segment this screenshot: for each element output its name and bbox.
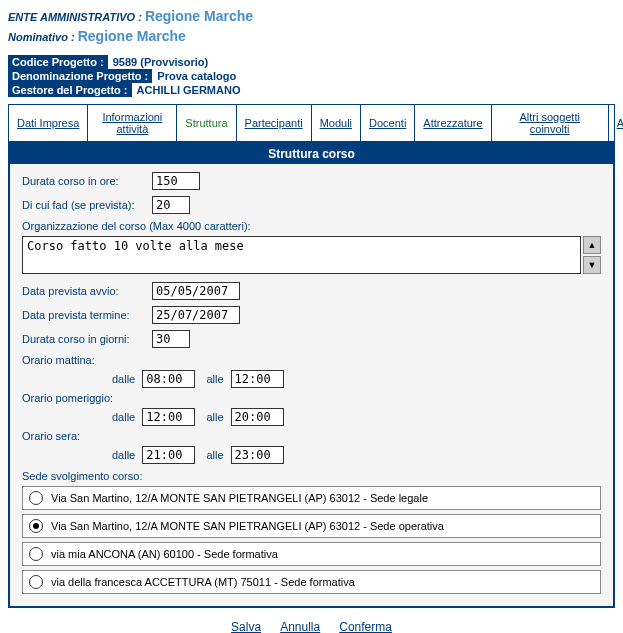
- alle-label: alle: [206, 411, 223, 423]
- radio-icon: [29, 519, 43, 533]
- radio-icon: [29, 547, 43, 561]
- radio-icon: [29, 491, 43, 505]
- durata-ore-input[interactable]: [152, 172, 200, 190]
- pom-alle-input[interactable]: [231, 408, 284, 426]
- fad-label: Di cui fad (se prevista):: [22, 199, 152, 211]
- sede-text: via mia ANCONA (AN) 60100 - Sede formati…: [51, 548, 278, 560]
- pomeriggio-label: Orario pomeriggio:: [22, 392, 601, 404]
- tab-partecipanti[interactable]: Partecipanti: [237, 105, 312, 141]
- mattina-dalle-input[interactable]: [142, 370, 195, 388]
- sede-option-3[interactable]: via della francesca ACCETTURA (MT) 75011…: [22, 570, 601, 594]
- sede-text: via della francesca ACCETTURA (MT) 75011…: [51, 576, 355, 588]
- conferma-link[interactable]: Conferma: [339, 620, 392, 633]
- radio-icon: [29, 575, 43, 589]
- mattina-alle-input[interactable]: [231, 370, 284, 388]
- pom-dalle-input[interactable]: [142, 408, 195, 426]
- avvio-label: Data prevista avvio:: [22, 285, 152, 297]
- denominazione-value: Prova catalogo: [155, 70, 236, 82]
- scroll-down-icon[interactable]: ▼: [583, 256, 601, 274]
- sede-text: Via San Martino, 12/A MONTE SAN PIETRANG…: [51, 520, 444, 532]
- codice-progetto-label: Codice Progetto :: [8, 55, 108, 69]
- codice-progetto-value: 9589 (Provvisorio): [111, 56, 208, 68]
- tab-struttura[interactable]: Struttura: [177, 105, 236, 141]
- tab-informazioni-attivita[interactable]: Informazioni attività: [88, 105, 177, 141]
- termine-input[interactable]: [152, 306, 240, 324]
- tab-altri-soggetti[interactable]: Altri soggetti coinvolti: [492, 105, 609, 141]
- giorni-label: Durata corso in giorni:: [22, 333, 152, 345]
- sede-option-0[interactable]: Via San Martino, 12/A MONTE SAN PIETRANG…: [22, 486, 601, 510]
- sede-label: Sede svolgimento corso:: [22, 470, 601, 482]
- panel-struttura: Struttura corso Durata corso in ore: Di …: [8, 142, 615, 608]
- dalle-label: dalle: [112, 449, 135, 461]
- termine-label: Data prevista termine:: [22, 309, 152, 321]
- alle-label: alle: [206, 373, 223, 385]
- organizzazione-label: Organizzazione del corso (Max 4000 carat…: [22, 220, 601, 232]
- durata-ore-label: Durata corso in ore:: [22, 175, 152, 187]
- salva-link[interactable]: Salva: [231, 620, 261, 633]
- avvio-input[interactable]: [152, 282, 240, 300]
- sede-option-2[interactable]: via mia ANCONA (AN) 60100 - Sede formati…: [22, 542, 601, 566]
- sera-alle-input[interactable]: [231, 446, 284, 464]
- organizzazione-textarea[interactable]: Corso fatto 10 volte alla mese: [22, 236, 581, 274]
- denominazione-label: Denominazione Progetto :: [8, 69, 152, 83]
- mattina-label: Orario mattina:: [22, 354, 601, 366]
- sera-label: Orario sera:: [22, 430, 601, 442]
- alle-label: alle: [206, 449, 223, 461]
- tab-moduli[interactable]: Moduli: [312, 105, 361, 141]
- tab-docenti[interactable]: Docenti: [361, 105, 415, 141]
- annulla-link[interactable]: Annulla: [280, 620, 320, 633]
- gestore-value: ACHILLI GERMANO: [135, 84, 241, 96]
- sera-dalle-input[interactable]: [142, 446, 195, 464]
- panel-title: Struttura corso: [10, 144, 613, 164]
- tab-bar: Dati Impresa Informazioni attività Strut…: [8, 104, 615, 142]
- tab-dati-impresa[interactable]: Dati Impresa: [9, 105, 88, 141]
- giorni-input[interactable]: [152, 330, 190, 348]
- nominativo-label: Nominativo :: [8, 31, 75, 43]
- ente-label: ENTE AMMINISTRATIVO :: [8, 11, 142, 23]
- fad-input[interactable]: [152, 196, 190, 214]
- sede-text: Via San Martino, 12/A MONTE SAN PIETRANG…: [51, 492, 428, 504]
- sede-option-1[interactable]: Via San Martino, 12/A MONTE SAN PIETRANG…: [22, 514, 601, 538]
- tab-attestati[interactable]: Attestati: [609, 105, 623, 141]
- nominativo-value: Regione Marche: [78, 28, 186, 44]
- ente-value: Regione Marche: [145, 8, 253, 24]
- scroll-up-icon[interactable]: ▲: [583, 236, 601, 254]
- dalle-label: dalle: [112, 373, 135, 385]
- dalle-label: dalle: [112, 411, 135, 423]
- tab-attrezzature[interactable]: Attrezzature: [415, 105, 491, 141]
- gestore-label: Gestore del Progetto :: [8, 83, 132, 97]
